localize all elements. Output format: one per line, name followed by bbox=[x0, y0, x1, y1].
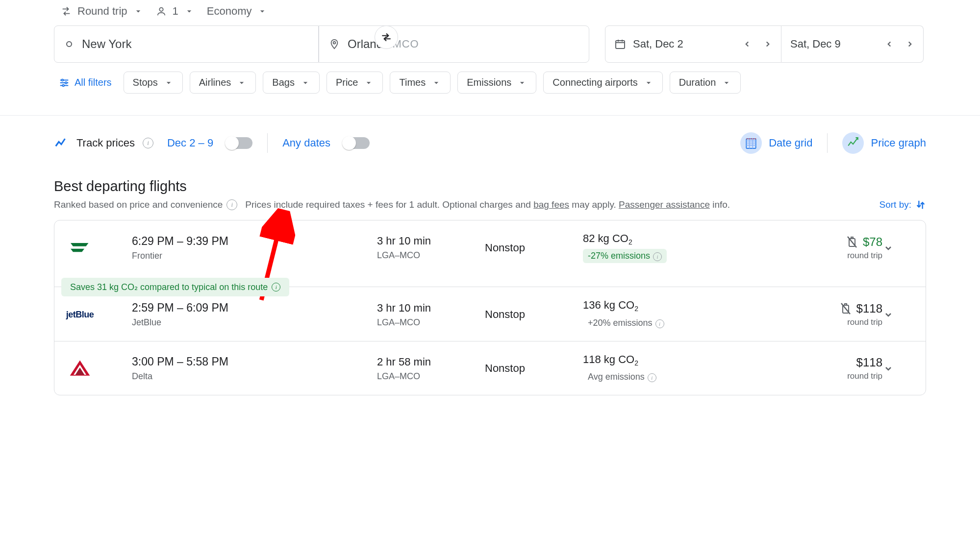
chip-label: Bags bbox=[272, 77, 295, 88]
flight-duration: 3 hr 10 min bbox=[377, 302, 485, 315]
filter-chip-bags[interactable]: Bags bbox=[263, 72, 320, 94]
results-list: 6:29 PM – 9:39 PM Frontier 3 hr 10 min L… bbox=[54, 220, 926, 395]
destination-input[interactable]: Orlando MCO bbox=[319, 25, 589, 63]
passenger-assistance-link[interactable]: Passenger assistance bbox=[619, 199, 710, 210]
chevron-down-icon bbox=[882, 309, 894, 320]
swap-button[interactable] bbox=[375, 25, 398, 49]
flight-route: LGA–MCO bbox=[377, 317, 485, 328]
chip-label: Stops bbox=[133, 77, 158, 88]
all-filters-button[interactable]: All filters bbox=[54, 73, 117, 92]
section-subtitle-1: Ranked based on price and convenience bbox=[54, 199, 223, 210]
date-grid-label: Date grid bbox=[769, 137, 812, 149]
emissions-badge: -27% emissionsi bbox=[583, 249, 667, 263]
svg-point-0 bbox=[159, 8, 163, 11]
chevron-down-icon bbox=[431, 78, 441, 88]
departure-date-input[interactable]: Sat, Dec 2 bbox=[605, 25, 781, 63]
section-subtitle-2c: info. bbox=[710, 199, 730, 210]
flight-duration: 3 hr 10 min bbox=[377, 235, 485, 247]
filter-chip-price[interactable]: Price bbox=[327, 72, 383, 94]
trip-type-label: Round trip bbox=[77, 5, 127, 18]
passenger-count: 1 bbox=[173, 5, 178, 18]
swap-arrows-icon bbox=[61, 6, 72, 17]
chevron-down-icon bbox=[644, 78, 653, 88]
info-icon[interactable]: i bbox=[655, 319, 664, 328]
section-subtitle-2a: Prices include required taxes + fees for… bbox=[245, 199, 533, 210]
chevron-down-icon bbox=[164, 78, 174, 88]
filter-chip-stops[interactable]: Stops bbox=[124, 72, 183, 94]
svg-point-4 bbox=[62, 79, 64, 81]
info-icon[interactable]: i bbox=[648, 373, 656, 382]
flight-row[interactable]: 3:00 PM – 5:58 PM Delta 2 hr 58 min LGA–… bbox=[54, 341, 926, 395]
svg-point-5 bbox=[65, 82, 67, 84]
swap-horiz-icon bbox=[380, 31, 393, 44]
filter-chip-times[interactable]: Times bbox=[390, 72, 451, 94]
return-date-input[interactable]: Sat, Dec 9 bbox=[781, 25, 924, 63]
departure-date-text: Sat, Dec 2 bbox=[633, 38, 727, 50]
sort-by-button[interactable]: Sort by: bbox=[879, 199, 926, 210]
flight-route: LGA–MCO bbox=[377, 371, 485, 382]
track-dates-toggle[interactable] bbox=[226, 137, 252, 149]
flight-stops: Nonstop bbox=[485, 362, 583, 375]
flight-co2: 118 kg CO2 bbox=[583, 353, 710, 367]
chevron-down-icon bbox=[517, 78, 527, 88]
chevron-down-icon bbox=[237, 78, 247, 88]
tune-icon bbox=[59, 77, 70, 88]
chevron-right-icon[interactable] bbox=[905, 40, 914, 49]
info-icon[interactable]: i bbox=[272, 283, 280, 291]
flight-price: $78 bbox=[710, 235, 882, 249]
chevron-right-icon[interactable] bbox=[763, 40, 772, 49]
divider bbox=[827, 133, 828, 153]
filter-chip-emissions[interactable]: Emissions bbox=[457, 72, 536, 94]
date-grid-button[interactable]: Date grid bbox=[740, 132, 812, 154]
chip-label: Emissions bbox=[467, 77, 511, 88]
chevron-down-icon bbox=[722, 78, 731, 88]
expand-button[interactable] bbox=[882, 242, 912, 254]
round-trip-label: round trip bbox=[710, 251, 882, 261]
passenger-dropdown[interactable]: 1 bbox=[156, 5, 194, 18]
info-icon[interactable]: i bbox=[653, 252, 662, 261]
person-icon bbox=[156, 6, 167, 17]
chip-label: Airlines bbox=[199, 77, 231, 88]
price-graph-button[interactable]: Price graph bbox=[842, 132, 926, 154]
chip-label: Times bbox=[399, 77, 426, 88]
trip-type-dropdown[interactable]: Round trip bbox=[61, 5, 143, 18]
svg-point-6 bbox=[62, 84, 64, 86]
info-icon[interactable]: i bbox=[226, 199, 237, 210]
flight-route: LGA–MCO bbox=[377, 250, 485, 261]
bag-fees-link[interactable]: bag fees bbox=[533, 199, 569, 210]
origin-input[interactable]: New York bbox=[54, 25, 319, 63]
chevron-down-icon bbox=[257, 6, 267, 16]
chevron-left-icon[interactable] bbox=[743, 40, 752, 49]
calendar-icon bbox=[614, 38, 626, 50]
airline-name: Delta bbox=[132, 371, 377, 382]
round-trip-label: round trip bbox=[710, 317, 882, 327]
trend-icon bbox=[54, 136, 69, 150]
return-date-text: Sat, Dec 9 bbox=[790, 38, 876, 50]
filter-chip-duration[interactable]: Duration bbox=[670, 72, 741, 94]
any-dates-label: Any dates bbox=[282, 137, 330, 149]
chevron-down-icon bbox=[882, 363, 894, 374]
no-carryon-icon bbox=[840, 302, 852, 316]
svg-point-1 bbox=[67, 42, 72, 47]
track-any-dates-toggle[interactable] bbox=[343, 137, 370, 149]
swap-vert-icon bbox=[915, 199, 926, 210]
airline-logo bbox=[68, 236, 92, 260]
expand-button[interactable] bbox=[882, 309, 912, 320]
pin-icon bbox=[329, 39, 340, 49]
filter-chip-airlines[interactable]: Airlines bbox=[190, 72, 256, 94]
chip-label: Price bbox=[336, 77, 358, 88]
expand-button[interactable] bbox=[882, 363, 912, 374]
savings-banner: Saves 31 kg CO₂ compared to typical on t… bbox=[61, 278, 289, 296]
flight-times: 6:29 PM – 9:39 PM bbox=[132, 235, 377, 248]
track-prices-label: Track prices bbox=[76, 137, 135, 149]
section-title: Best departing flights bbox=[54, 178, 926, 194]
flight-row[interactable]: 6:29 PM – 9:39 PM Frontier 3 hr 10 min L… bbox=[54, 220, 926, 287]
cabin-class-dropdown[interactable]: Economy bbox=[207, 5, 268, 18]
filter-chip-connecting-airports[interactable]: Connecting airports bbox=[543, 72, 662, 94]
chevron-left-icon[interactable] bbox=[885, 40, 894, 49]
airline-name: JetBlue bbox=[132, 317, 377, 328]
info-icon[interactable]: i bbox=[143, 138, 153, 148]
divider bbox=[267, 133, 268, 153]
section-subtitle-2b: may apply. bbox=[569, 199, 619, 210]
emissions-badge: +20% emissionsi bbox=[583, 316, 669, 330]
